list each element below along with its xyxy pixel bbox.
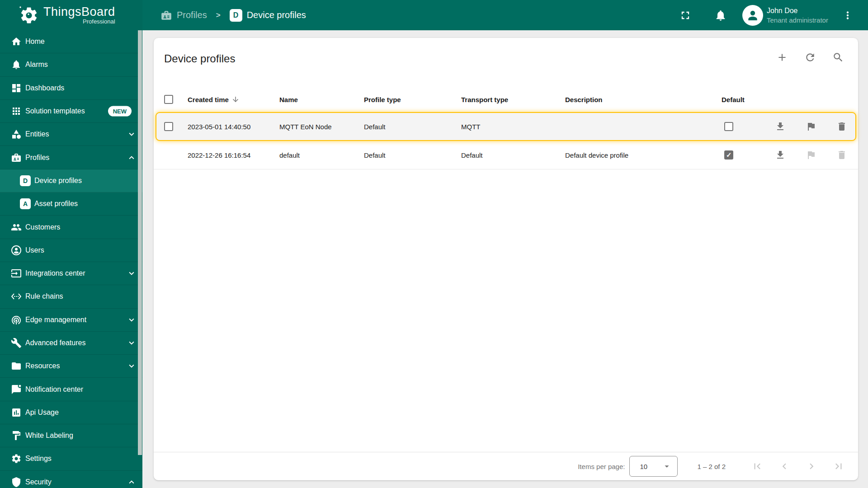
breadcrumb-device-profiles[interactable]: D Device profiles: [230, 9, 306, 22]
row-checkbox[interactable]: [164, 122, 173, 131]
apps-icon: [11, 106, 22, 117]
sidebar-item-device-profiles[interactable]: D Device profiles: [0, 169, 142, 192]
sidebar-item-advanced-features[interactable]: Advanced features: [0, 332, 142, 355]
device-profile-tile-icon: D: [230, 9, 242, 22]
refresh-icon[interactable]: [804, 52, 816, 63]
avatar[interactable]: [742, 5, 763, 26]
paint-icon: [11, 430, 22, 441]
next-page-icon[interactable]: [806, 460, 817, 472]
user-person-icon: [744, 6, 762, 24]
sidebar-item-label: Customers: [25, 223, 60, 231]
table-row[interactable]: 2022-12-26 16:16:54 default Default Defa…: [154, 141, 858, 169]
sidebar-scrollbar[interactable]: [138, 30, 142, 455]
select-all-checkbox[interactable]: [164, 95, 173, 104]
chevron-down-icon: [127, 338, 137, 348]
column-header-transport-type[interactable]: Transport type: [461, 96, 508, 103]
sidebar-item-home[interactable]: Home: [0, 30, 142, 53]
sidebar-item-label: Solution templates: [25, 107, 85, 115]
chart-icon: [11, 407, 22, 418]
more-vert-icon[interactable]: [842, 9, 854, 21]
column-header-description[interactable]: Description: [565, 96, 710, 103]
delete-icon[interactable]: [836, 150, 847, 160]
sidebar-item-label: Settings: [25, 455, 52, 463]
column-header-default[interactable]: Default: [722, 96, 745, 103]
sidebar-item-api-usage[interactable]: Api Usage: [0, 401, 142, 424]
user-info[interactable]: John Doe Tenant administrator: [767, 7, 831, 24]
sidebar-item-rule-chains[interactable]: Rule chains: [0, 285, 142, 308]
sidebar-item-white-labeling[interactable]: White Labeling: [0, 424, 142, 447]
default-checkbox[interactable]: [724, 150, 733, 160]
sidebar-item-users[interactable]: Users: [0, 239, 142, 262]
default-checkbox[interactable]: [724, 122, 733, 131]
sidebar-item-notification-center[interactable]: Notification center: [0, 378, 142, 401]
fullscreen-icon[interactable]: [679, 9, 692, 22]
breadcrumb-profiles[interactable]: Profiles: [160, 9, 207, 21]
sidebar-item-customers[interactable]: Customers: [0, 216, 142, 239]
sidebar-item-label: Api Usage: [25, 408, 59, 417]
download-icon[interactable]: [775, 150, 786, 160]
cell-description: Default device profile: [565, 151, 710, 159]
logo[interactable]: ThingsBoard Professional: [0, 0, 142, 30]
chevron-down-icon: [127, 268, 137, 278]
paginator: Items per page: 10 1 – 2 of 2: [154, 452, 858, 480]
sidebar-item-alarms[interactable]: Alarms: [0, 53, 142, 76]
items-per-page-value: 10: [640, 463, 647, 470]
breadcrumb-separator: >: [212, 11, 224, 20]
rule-chain-icon: [11, 291, 22, 302]
sidebar-item-security[interactable]: Security: [0, 471, 142, 488]
cell-name: default: [279, 151, 300, 159]
sidebar-item-settings[interactable]: Settings: [0, 447, 142, 470]
column-header-profile-type[interactable]: Profile type: [364, 96, 401, 103]
add-icon[interactable]: [776, 52, 788, 63]
sidebar-item-edge-management[interactable]: Edge management: [0, 309, 142, 332]
table-row[interactable]: 2023-05-01 14:40:50 MQTT EoN Node Defaul…: [156, 112, 856, 141]
previous-page-icon[interactable]: [778, 460, 790, 472]
flag-icon[interactable]: [806, 150, 816, 160]
sort-desc-arrow-icon: [231, 95, 240, 103]
sidebar-item-profiles[interactable]: Profiles: [0, 146, 142, 169]
items-per-page-label: Items per page:: [578, 463, 625, 470]
sidebar-item-label: Rule chains: [25, 292, 63, 300]
sidebar-item-label: Resources: [25, 362, 60, 370]
page-title: Device profiles: [164, 52, 235, 65]
sidebar-item-label: Home: [25, 38, 45, 46]
sidebar-item-solution-templates[interactable]: Solution templates NEW: [0, 100, 142, 123]
home-icon: [11, 36, 22, 47]
wrench-icon: [11, 338, 22, 348]
sidebar-item-asset-profiles[interactable]: A Asset profiles: [0, 192, 142, 216]
badge-icon: [11, 152, 22, 163]
logo-subtitle: Professional: [83, 19, 115, 25]
row-actions: [775, 150, 847, 160]
first-page-icon[interactable]: [751, 460, 763, 472]
asset-profile-tile-icon: A: [20, 198, 31, 209]
sidebar-item-label: Edge management: [25, 316, 86, 324]
sidebar-item-dashboards[interactable]: Dashboards: [0, 77, 142, 100]
sidebar-item-entities[interactable]: Entities: [0, 123, 142, 146]
column-header-created-time[interactable]: Created time: [188, 95, 240, 103]
notifications-bell-icon[interactable]: [714, 9, 727, 22]
sidebar-item-label: Security: [25, 478, 52, 486]
search-icon[interactable]: [832, 52, 844, 63]
integration-icon: [11, 268, 22, 279]
sidebar-item-integrations-center[interactable]: Integrations center: [0, 262, 142, 285]
dropdown-caret-icon: [662, 461, 672, 471]
page-range-label: 1 – 2 of 2: [697, 463, 726, 470]
cell-transport-type: Default: [461, 151, 483, 159]
user-role: Tenant administrator: [767, 16, 831, 24]
flag-icon[interactable]: [806, 121, 816, 132]
last-page-icon[interactable]: [833, 460, 844, 472]
sidebar-item-label: Profiles: [25, 154, 49, 162]
top-bar: ThingsBoard Professional Profiles > D De…: [0, 0, 868, 30]
column-header-label: Created time: [188, 96, 229, 103]
chevron-down-icon: [127, 361, 137, 371]
delete-icon[interactable]: [836, 121, 847, 132]
chevron-up-icon: [127, 153, 137, 163]
column-header-name[interactable]: Name: [279, 96, 298, 103]
shield-icon: [11, 477, 22, 488]
sidebar-item-label: Advanced features: [25, 339, 85, 347]
items-per-page-select[interactable]: 10: [629, 456, 678, 477]
chevron-down-icon: [127, 315, 137, 325]
sidebar-item-resources[interactable]: Resources: [0, 355, 142, 378]
download-icon[interactable]: [775, 121, 786, 132]
new-badge: NEW: [108, 106, 132, 117]
